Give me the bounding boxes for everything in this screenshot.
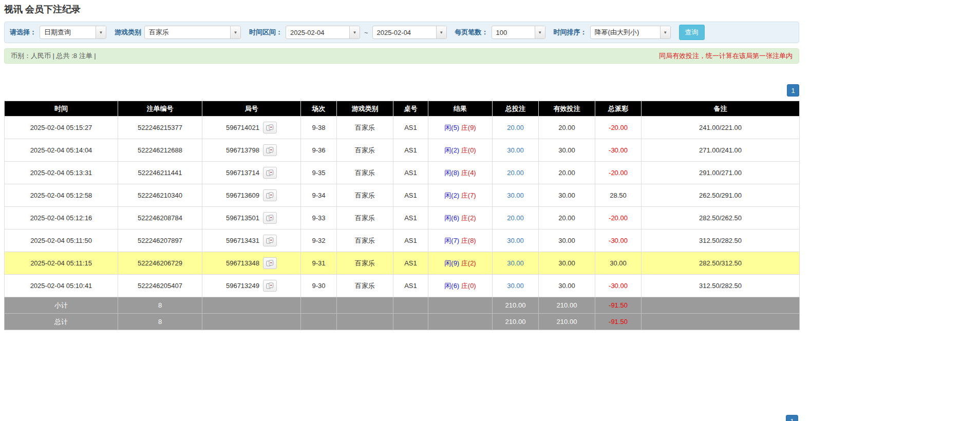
total-bet-link[interactable]: 20.00 xyxy=(507,124,524,131)
view-result-button[interactable] xyxy=(263,122,277,133)
view-result-button[interactable] xyxy=(263,189,277,201)
view-result-button[interactable] xyxy=(263,167,277,179)
per-page-value[interactable]: 100 xyxy=(492,26,535,39)
cell-remark: 312.50/282.50 xyxy=(642,229,800,252)
chevron-down-icon[interactable]: ▼ xyxy=(436,26,446,39)
game-type-value[interactable]: 百家乐 xyxy=(145,26,230,39)
cell-bet-id: 522246211441 xyxy=(118,162,202,184)
cell-time: 2025-02-04 05:11:50 xyxy=(5,229,118,252)
column-header: 桌号 xyxy=(393,101,428,117)
cell-session: 9-32 xyxy=(301,229,337,252)
date-from-value[interactable]: 2025-02-04 xyxy=(286,26,349,39)
round-id: 596713431 xyxy=(226,237,259,244)
cell-result: 闲(6) 庄(0) xyxy=(428,275,493,297)
cell-valid-bet: 30.00 xyxy=(539,139,595,162)
payout-value: 30.00 xyxy=(610,259,627,267)
total-bet-link[interactable]: 30.00 xyxy=(507,259,524,267)
table-row: 2025-02-04 05:10:41522246205407596713249… xyxy=(5,275,800,297)
footer-empty-cell xyxy=(428,297,493,314)
time-sort-combobox[interactable]: 降幂(由大到小) ▼ xyxy=(590,26,671,39)
per-page-label: 每页笔数： xyxy=(455,28,488,37)
view-result-button[interactable] xyxy=(263,144,277,156)
column-header: 总投注 xyxy=(493,101,539,117)
view-result-button[interactable] xyxy=(263,235,277,246)
result-player: 闲(6) xyxy=(444,214,459,222)
footer-empty-cell xyxy=(337,297,393,314)
column-header: 时间 xyxy=(5,101,118,117)
cell-session: 9-36 xyxy=(301,139,337,162)
payout-value: -30.00 xyxy=(609,146,628,154)
column-header: 备注 xyxy=(642,101,800,117)
cell-payout: 28.50 xyxy=(595,184,642,207)
view-result-button[interactable] xyxy=(263,212,277,224)
date-to-value[interactable]: 2025-02-04 xyxy=(373,26,436,39)
footer-count: 8 xyxy=(118,314,202,330)
cell-payout: -20.00 xyxy=(595,207,642,229)
result-banker: 庄(2) xyxy=(461,259,476,267)
total-bet-link[interactable]: 20.00 xyxy=(507,214,524,222)
cell-table-no: AS1 xyxy=(393,162,428,184)
table-footer-row: 小计8210.00210.00-91.50 xyxy=(5,297,800,314)
filter-group-sort: 时间排序： 降幂(由大到小) ▼ xyxy=(554,26,671,39)
cell-remark: 271.00/241.00 xyxy=(642,139,800,162)
payout-value: -30.00 xyxy=(609,282,628,290)
cards-icon xyxy=(266,192,274,199)
cell-game-type: 百家乐 xyxy=(337,252,393,275)
date-from-combobox[interactable]: 2025-02-04 ▼ xyxy=(286,26,360,39)
page-1-button[interactable]: 1 xyxy=(787,84,799,97)
chevron-down-icon[interactable]: ▼ xyxy=(230,26,240,39)
cell-total-bet: 20.00 xyxy=(493,207,539,229)
cell-round: 596713348 xyxy=(202,252,301,275)
chevron-down-icon[interactable]: ▼ xyxy=(660,26,670,39)
cell-total-bet: 20.00 xyxy=(493,117,539,139)
cards-icon xyxy=(266,237,274,244)
per-page-combobox[interactable]: 100 ▼ xyxy=(492,26,545,39)
cell-time: 2025-02-04 05:12:16 xyxy=(5,207,118,229)
cell-bet-id: 522246207897 xyxy=(118,229,202,252)
footer-empty-cell xyxy=(202,297,301,314)
column-header: 有效投注 xyxy=(539,101,595,117)
cell-table-no: AS1 xyxy=(393,207,428,229)
total-bet-link[interactable]: 30.00 xyxy=(507,282,524,290)
total-bet-link[interactable]: 30.00 xyxy=(507,146,524,154)
footer-empty-cell xyxy=(428,314,493,330)
chevron-down-icon[interactable]: ▼ xyxy=(96,26,106,39)
cell-valid-bet: 30.00 xyxy=(539,229,595,252)
query-type-value[interactable]: 日期查询 xyxy=(40,26,96,39)
search-button[interactable]: 查询 xyxy=(679,25,705,40)
cell-round: 596713609 xyxy=(202,184,301,207)
cell-time: 2025-02-04 05:10:41 xyxy=(5,275,118,297)
page-1-button-bottom[interactable]: 1 xyxy=(786,415,798,421)
cell-round: 596713798 xyxy=(202,139,301,162)
total-bet-link[interactable]: 30.00 xyxy=(507,237,524,244)
footer-valid-bet: 210.00 xyxy=(539,297,595,314)
chevron-down-icon[interactable]: ▼ xyxy=(535,26,545,39)
cell-table-no: AS1 xyxy=(393,229,428,252)
total-bet-link[interactable]: 20.00 xyxy=(507,169,524,177)
cell-round: 596714021 xyxy=(202,117,301,139)
footer-total-bet: 210.00 xyxy=(493,314,539,330)
cell-round: 596713501 xyxy=(202,207,301,229)
cell-game-type: 百家乐 xyxy=(337,139,393,162)
cell-game-type: 百家乐 xyxy=(337,162,393,184)
result-banker: 庄(0) xyxy=(461,282,476,290)
view-result-button[interactable] xyxy=(263,257,277,269)
cell-game-type: 百家乐 xyxy=(337,207,393,229)
cell-time: 2025-02-04 05:15:27 xyxy=(5,117,118,139)
date-to-combobox[interactable]: 2025-02-04 ▼ xyxy=(372,26,447,39)
cell-table-no: AS1 xyxy=(393,117,428,139)
game-type-combobox[interactable]: 百家乐 ▼ xyxy=(144,26,241,39)
view-result-button[interactable] xyxy=(263,280,277,292)
cell-round: 596713431 xyxy=(202,229,301,252)
cell-result: 闲(2) 庄(7) xyxy=(428,184,493,207)
total-bet-link[interactable]: 30.00 xyxy=(507,192,524,199)
footer-empty-cell xyxy=(202,314,301,330)
time-sort-value[interactable]: 降幂(由大到小) xyxy=(591,26,660,39)
cell-valid-bet: 20.00 xyxy=(539,207,595,229)
cell-total-bet: 20.00 xyxy=(493,162,539,184)
chevron-down-icon[interactable]: ▼ xyxy=(349,26,360,39)
query-type-combobox[interactable]: 日期查询 ▼ xyxy=(40,26,106,39)
table-row: 2025-02-04 05:15:27522246215377596714021… xyxy=(5,117,800,139)
cell-remark: 282.50/312.50 xyxy=(642,252,800,275)
result-banker: 庄(0) xyxy=(461,146,476,154)
